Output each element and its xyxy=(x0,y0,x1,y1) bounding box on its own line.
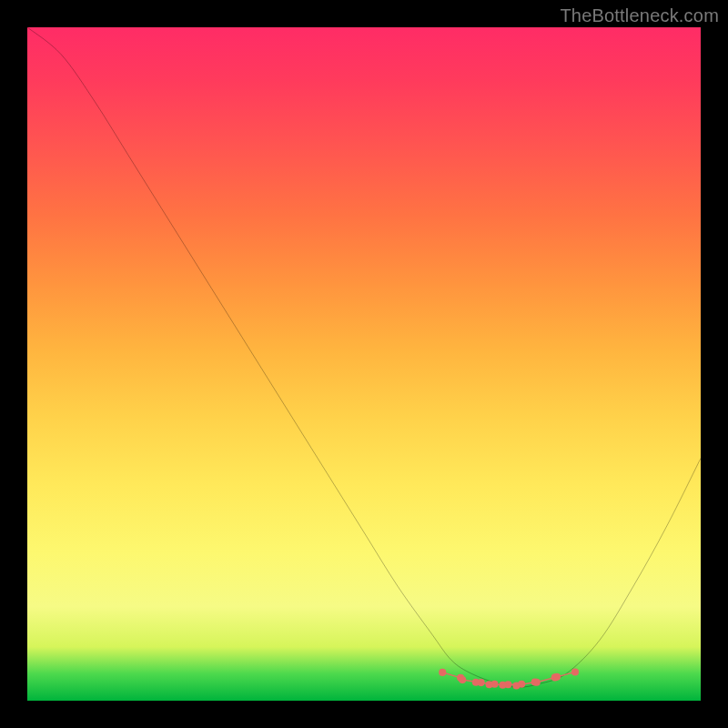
chart-svg xyxy=(27,27,701,701)
optimal-marker-cap xyxy=(472,679,480,686)
plot-area xyxy=(27,27,701,701)
optimal-marker-cap xyxy=(571,668,579,675)
optimal-marker-cap xyxy=(486,681,493,688)
optimal-marker-cap xyxy=(459,676,466,683)
bottleneck-curve xyxy=(27,27,701,687)
optimal-band-markers xyxy=(439,668,579,689)
optimal-marker-cap xyxy=(512,682,520,689)
chart-frame: TheBottleneck.com xyxy=(0,0,728,728)
optimal-marker-cap xyxy=(533,679,541,686)
optimal-marker-cap xyxy=(553,673,561,681)
optimal-marker-cap xyxy=(499,682,506,689)
optimal-marker-cap xyxy=(439,669,446,676)
watermark-text: TheBottleneck.com xyxy=(560,5,719,26)
